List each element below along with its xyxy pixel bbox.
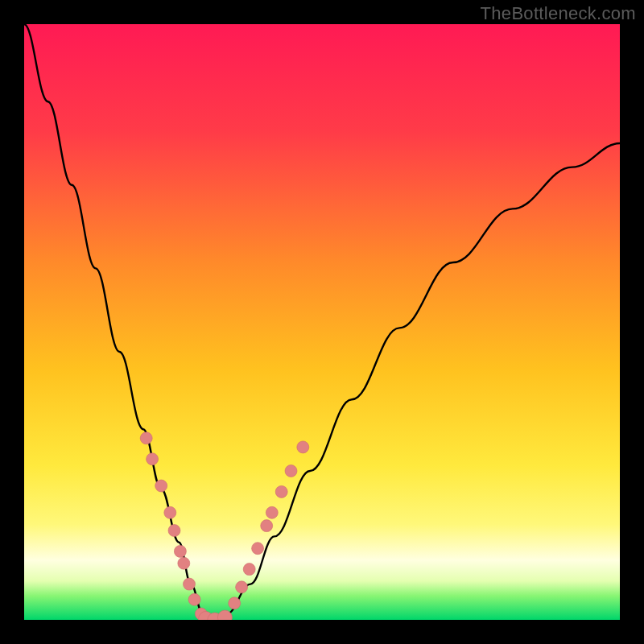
data-point — [188, 593, 200, 605]
data-point — [217, 610, 232, 620]
data-point — [275, 485, 287, 497]
data-point — [147, 453, 159, 465]
data-point — [178, 557, 190, 569]
data-point — [174, 545, 186, 557]
data-point — [243, 564, 255, 576]
data-points — [24, 24, 620, 620]
data-point — [155, 480, 167, 492]
data-point — [252, 543, 264, 555]
data-point — [229, 597, 241, 609]
data-point — [285, 465, 297, 477]
data-point — [297, 441, 309, 453]
data-point — [168, 525, 180, 537]
watermark: TheBottleneck.com — [481, 3, 636, 24]
data-point — [261, 520, 273, 532]
data-point — [140, 432, 152, 444]
chart-frame — [24, 24, 620, 620]
data-point — [236, 581, 248, 593]
data-point — [164, 506, 176, 518]
data-point — [266, 506, 278, 518]
data-point — [184, 578, 196, 590]
